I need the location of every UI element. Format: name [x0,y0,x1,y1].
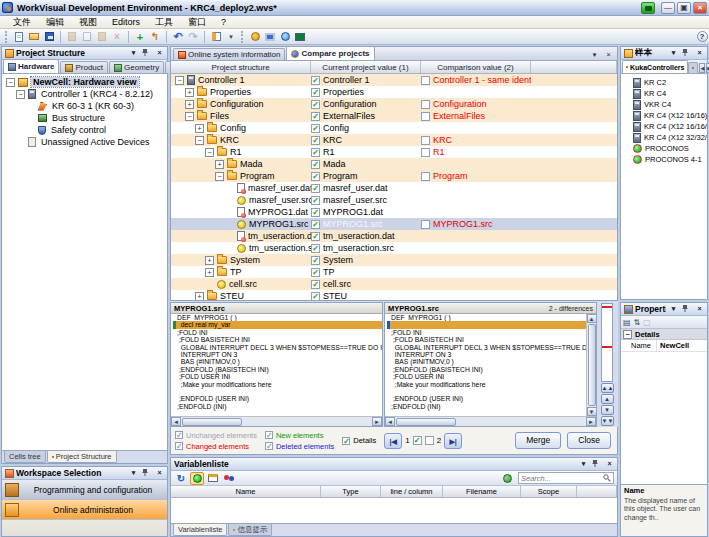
pin-icon[interactable] [141,48,152,58]
cut-button[interactable] [65,30,79,44]
comparison-value-checkbox[interactable]: ✓ [421,148,430,157]
column-header-scope[interactable]: Scope [521,486,577,497]
paste-button[interactable] [95,30,109,44]
column-header-filename[interactable]: Filename [443,486,521,497]
layout-button[interactable] [209,30,223,44]
expander-icon[interactable]: + [185,100,194,109]
table-row-program[interactable]: −Program✓Program✓Program [171,170,617,182]
diff-left-hscrollbar[interactable]: ◄► [171,416,382,426]
current-value-checkbox[interactable]: ✓ [311,136,320,145]
categorized-icon[interactable]: ▤ [623,318,631,327]
table-row-steu[interactable]: +STEU✓STEU [171,290,617,300]
menu-item-item[interactable]: 文件 [6,16,38,29]
catalog-item-kr-c2[interactable]: KR C2 [625,77,707,88]
refresh-icon[interactable]: ↻ [174,472,188,485]
table-row-masref-user-src[interactable]: masref_user.src✓masref_user.src [171,194,617,206]
search-icon[interactable] [603,474,611,482]
add-button[interactable]: + [133,30,147,44]
close-panel-icon[interactable]: × [604,459,615,469]
key-button[interactable] [248,30,262,44]
toolbar-grip2[interactable] [241,31,245,43]
catalog-item-proconos-4-1[interactable]: PROCONOS 4-1 [625,154,707,165]
bottom-tab-item[interactable]: 信息提示 [228,524,272,536]
menu-item-item[interactable]: ? [214,17,233,27]
table-row-system[interactable]: +System✓System [171,254,617,266]
current-value-checkbox[interactable]: ✓ [311,88,320,97]
current-value-checkbox[interactable]: ✓ [311,196,320,205]
table-row-myprog1-src[interactable]: MYPROG1.src✓MYPROG1.src✓MYPROG1.src [171,218,617,230]
expander-icon[interactable]: − [6,78,15,87]
current-value-checkbox[interactable]: ✓ [311,100,320,109]
unchanged-elements-checkbox[interactable]: ✓Unchanged elements [175,431,257,440]
table-row-mada[interactable]: +Mada✓Mada [171,158,617,170]
current-value-checkbox[interactable]: ✓ [311,268,320,277]
catalog-item-kr-c4-x12-16-16[interactable]: KR C4 (X12 16/16) [625,110,707,121]
tree-item-controller-1-krc4-8-2-12[interactable]: −Controller 1 (KRC4 - 8.2.12) [2,88,167,100]
expander-icon[interactable]: + [195,124,204,133]
column-header-current-project-value-1[interactable]: Current project value (1) [311,61,421,73]
table-row-tp[interactable]: +TP✓TP [171,266,617,278]
first-difference-button[interactable]: ▲▲ [601,383,614,393]
tab-kukacontrollers[interactable]: KukaControllers [622,60,688,73]
comparison-value-checkbox[interactable]: ✓ [421,100,430,109]
close-compare-button[interactable]: Close [567,432,611,449]
open-project-button[interactable] [27,30,41,44]
current-value-checkbox[interactable]: ✓ [311,220,320,229]
expander-icon[interactable]: − [175,76,184,85]
tree-item-unassigned-active-devices[interactable]: Unassigned Active Devices [2,136,167,148]
catalog-item-kr-c4-x12-32-32-4[interactable]: KR C4 (X12 32/32/4) [625,132,707,143]
menu-item-item[interactable]: 视图 [72,16,104,29]
table-row-controller-1[interactable]: −Controller 1✓Controller 1✓Controller 1 … [171,74,617,86]
column-header-comparison-value-2[interactable]: Comparison value (2) [421,61,531,73]
close-panel-icon[interactable]: × [154,48,165,58]
table-row-configuration[interactable]: +Configuration✓Configuration✓Configurati… [171,98,617,110]
current-value-checkbox[interactable]: ✓ [311,76,320,85]
search-input[interactable] [521,474,603,483]
pin-icon[interactable] [591,459,602,469]
expander-icon[interactable]: + [205,256,214,265]
undo-button[interactable]: ↶ [171,30,185,44]
comparison-value-checkbox[interactable]: ✓ [421,172,430,181]
tab-hardware[interactable]: Hardware [3,59,59,73]
pin-icon[interactable] [681,48,692,58]
variablenliste-body[interactable] [171,498,617,523]
table-row-r1[interactable]: −R1✓R1✓R1 [171,146,617,158]
panel-menu-icon[interactable]: ▾ [668,48,679,58]
restore-button[interactable]: ▣ [677,2,691,14]
close-panel-icon[interactable]: × [694,304,705,314]
tree-item-bus-structure[interactable]: Bus structure [2,112,167,124]
doc-tab-compare-projects[interactable]: Compare projects [286,46,374,60]
tab-catalog-2[interactable] [688,62,698,73]
current-value-checkbox[interactable]: ✓ [311,232,320,241]
tab-product[interactable]: Product [60,61,108,73]
last-difference-button[interactable]: ▼▼ [601,416,614,426]
current-value-checkbox[interactable]: ✓ [311,292,320,301]
expander-icon[interactable]: + [215,160,224,169]
tree-item-kr-60-3-1-kr-60-3[interactable]: KR 60-3 1 (KR 60-3) [2,100,167,112]
new-project-button[interactable] [12,30,26,44]
property-field-name[interactable]: NameNewCell [621,340,707,352]
column-header-name[interactable]: Name [171,486,321,497]
diff-overview-bar[interactable] [601,303,613,382]
source-1-checkbox[interactable]: ✓ [413,436,422,445]
current-value-checkbox[interactable]: ✓ [311,112,320,121]
table-row-properties[interactable]: +Properties✓Properties [171,86,617,98]
column-header-line-column[interactable]: line / column [381,486,443,497]
diff-right-hscrollbar[interactable]: ◄► [385,416,596,426]
diff-right-code[interactable]: DEF MYPROG1 ( ) ;FOLD INI ;FOLD BASISTEC… [385,314,586,416]
workspace-item-online-administration[interactable]: Online administration [2,500,167,520]
expander-icon[interactable]: − [195,136,204,145]
source-2-checkbox[interactable]: ✓ [425,436,434,445]
catalog-item-proconos[interactable]: PROCONOS [625,143,707,154]
doc-tab-online-system-information[interactable]: Online system information [173,48,285,60]
current-value-checkbox[interactable]: ✓ [311,172,320,181]
catalog-item-vkr-c4[interactable]: VKR C4 [625,99,707,110]
window-icon[interactable] [206,472,220,485]
bottom-tab-variablenliste[interactable]: Variablenliste [173,524,227,536]
redo-button[interactable]: ↷ [186,30,200,44]
diff-right-vscrollbar[interactable]: ▲▼ [586,314,596,416]
column-header-type[interactable]: Type [321,486,381,497]
expander-icon[interactable]: − [205,148,214,157]
comparison-value-checkbox[interactable]: ✓ [421,112,430,121]
previous-difference-button[interactable]: ▲ [601,394,614,404]
